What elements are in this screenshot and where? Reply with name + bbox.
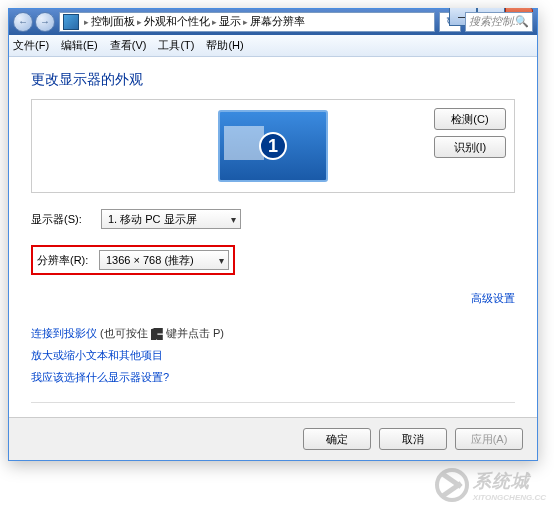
monitor-thumbnail[interactable]: 1 [218,110,328,182]
divider [31,402,515,403]
window-frame: — ▢ ✕ ← → ▸ 控制面板 ▸ 外观和个性化 ▸ 显示 ▸ 屏幕分辨率 ↻… [8,8,538,461]
menu-view[interactable]: 查看(V) [110,38,147,53]
ok-button[interactable]: 确定 [303,428,371,450]
nav-buttons: ← → [13,12,55,32]
back-button[interactable]: ← [13,12,33,32]
menu-tools[interactable]: 工具(T) [158,38,194,53]
which-display-link[interactable]: 我应该选择什么显示器设置? [31,371,169,383]
chevron-right-icon: ▸ [84,17,89,27]
resolution-highlight: 分辨率(R): 1366 × 768 (推荐) [31,245,235,275]
advanced-settings-row: 高级设置 [31,291,515,306]
page-title: 更改显示器的外观 [31,71,515,89]
crumb-display[interactable]: 显示 [219,14,241,29]
search-input[interactable]: 搜索控制... 🔍 [465,12,533,32]
chevron-right-icon: ▸ [212,17,217,27]
menu-file[interactable]: 文件(F) [13,38,49,53]
links-block: 连接到投影仪 (也可按住 键并点击 P) 放大或缩小文本和其他项目 我应该选择什… [31,322,515,388]
apply-button[interactable]: 应用(A) [455,428,523,450]
text-size-link[interactable]: 放大或缩小文本和其他项目 [31,349,163,361]
display-value: 1. 移动 PC 显示屏 [108,212,197,227]
resolution-value: 1366 × 768 (推荐) [106,253,194,268]
content-area: 更改显示器的外观 检测(C) 识别(I) 1 显示器(S): 1. 移动 PC … [9,57,537,417]
control-panel-icon [63,14,79,30]
breadcrumb[interactable]: ▸ 控制面板 ▸ 外观和个性化 ▸ 显示 ▸ 屏幕分辨率 [59,12,435,32]
chevron-right-icon: ▸ [243,17,248,27]
search-icon: 🔍 [515,15,529,28]
resolution-label: 分辨率(R): [37,253,99,268]
watermark-logo-icon [435,468,469,502]
display-label: 显示器(S): [31,212,101,227]
crumb-resolution[interactable]: 屏幕分辨率 [250,14,305,29]
dialog-footer: 确定 取消 应用(A) [9,417,537,460]
crumb-control-panel[interactable]: 控制面板 [91,14,135,29]
menu-edit[interactable]: 编辑(E) [61,38,98,53]
advanced-settings-link[interactable]: 高级设置 [471,292,515,304]
menu-help[interactable]: 帮助(H) [206,38,243,53]
projector-link[interactable]: 连接到投影仪 [31,327,97,339]
crumb-appearance[interactable]: 外观和个性化 [144,14,210,29]
detect-button[interactable]: 检测(C) [434,108,506,130]
resolution-row: 分辨率(R): 1366 × 768 (推荐) [31,245,515,275]
watermark-subtext: XITONGCHENG.CC [473,493,546,502]
display-preview-panel: 检测(C) 识别(I) 1 [31,99,515,193]
windows-key-icon [151,328,163,340]
identify-button[interactable]: 识别(I) [434,136,506,158]
resolution-dropdown[interactable]: 1366 × 768 (推荐) [99,250,229,270]
chevron-right-icon: ▸ [137,17,142,27]
watermark-text: 系统城 [473,471,530,491]
cancel-button[interactable]: 取消 [379,428,447,450]
display-row: 显示器(S): 1. 移动 PC 显示屏 [31,209,515,229]
projector-hint-2: 键并点击 P) [166,327,224,339]
menubar: 文件(F) 编辑(E) 查看(V) 工具(T) 帮助(H) [9,35,537,57]
display-dropdown[interactable]: 1. 移动 PC 显示屏 [101,209,241,229]
forward-button[interactable]: → [35,12,55,32]
watermark: 系统城 XITONGCHENG.CC [435,468,546,502]
monitor-number-badge: 1 [259,132,287,160]
projector-hint-1: (也可按住 [100,327,151,339]
desktop-preview-icon [224,126,264,160]
